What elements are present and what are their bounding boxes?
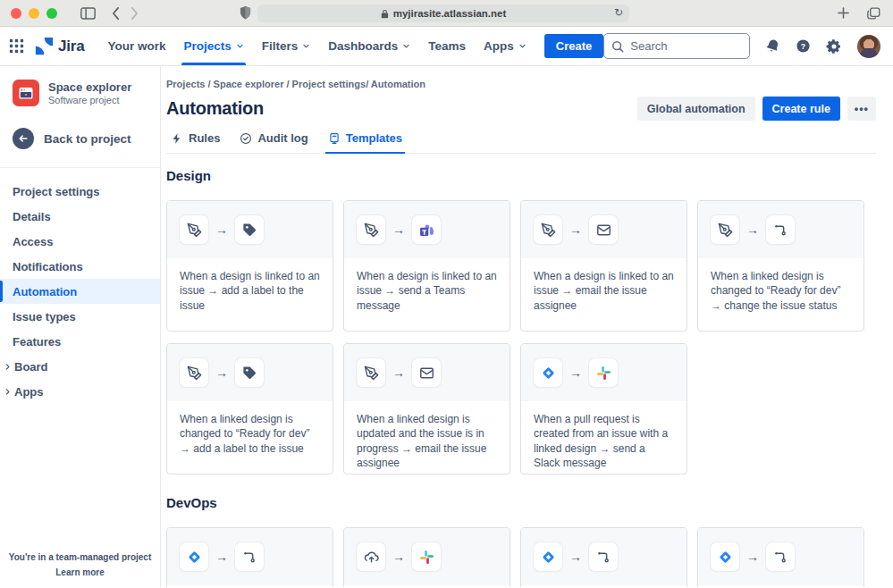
tab-templates[interactable]: Templates (324, 130, 407, 153)
nav-item-label: Dashboards (328, 39, 398, 53)
nav-item-dashboards[interactable]: Dashboards (319, 27, 419, 65)
status-icon (589, 542, 618, 571)
jira-logo-icon (35, 37, 54, 55)
tab-label: Rules (189, 131, 220, 145)
privacy-shield-icon[interactable] (240, 6, 251, 20)
template-card-grid: →When a design is linked to an issue → a… (166, 200, 876, 332)
arrow-right-icon: → (569, 365, 582, 380)
design-icon (180, 358, 208, 387)
template-card-text: When a linked design is updated and the … (344, 401, 510, 475)
email-icon (412, 358, 441, 387)
chevron-down-icon (302, 42, 310, 50)
breadcrumb[interactable]: Projects / Space explorer / Project sett… (166, 79, 876, 89)
app-navigation: Jira Your workProjectsFiltersDashboardsT… (0, 27, 893, 66)
page-title: Automation (166, 98, 264, 119)
tag-icon (235, 215, 264, 244)
create-rule-button[interactable]: Create rule (762, 97, 840, 121)
notifications-icon[interactable] (765, 38, 780, 54)
template-card-header: → (344, 201, 510, 258)
browser-sidebar-icon[interactable] (80, 7, 96, 20)
more-actions-button[interactable]: ••• (847, 97, 876, 121)
arrow-right-icon: → (746, 223, 759, 237)
template-card-header: → (344, 344, 510, 401)
template-card-text: When a design is linked to an issue → ad… (167, 258, 333, 323)
template-card[interactable]: → (343, 527, 510, 587)
template-card-text (698, 585, 864, 587)
help-icon[interactable]: ? (796, 38, 811, 54)
create-button[interactable]: Create (544, 34, 603, 58)
learn-more-link[interactable]: Learn more (0, 565, 160, 580)
chevron-down-icon (518, 42, 527, 50)
template-card[interactable]: →When a design is linked to an issue → e… (520, 200, 687, 332)
template-card-text (344, 585, 510, 587)
project-header[interactable]: Space explorer Software project (0, 80, 160, 106)
design-icon (711, 215, 739, 244)
check-circle-icon (240, 132, 252, 145)
nav-item-filters[interactable]: Filters (253, 27, 320, 65)
jira-icon (180, 542, 208, 571)
design-icon (534, 215, 562, 244)
sidebar-item-project-settings[interactable]: Project settings (0, 179, 160, 204)
tag-icon (235, 358, 264, 387)
sidebar-item-apps[interactable]: Apps (0, 379, 160, 404)
nav-item-projects[interactable]: Projects (174, 27, 252, 65)
sidebar-item-board[interactable]: Board (0, 354, 160, 379)
nav-item-apps[interactable]: Apps (475, 27, 535, 65)
template-card[interactable]: → (166, 527, 333, 587)
minimize-window-button[interactable] (29, 8, 39, 19)
template-card[interactable]: →When a linked design is updated and the… (343, 343, 510, 475)
back-to-project-link[interactable]: Back to project (0, 128, 160, 149)
browser-forward-icon[interactable] (131, 7, 139, 20)
nav-item-your-work[interactable]: Your work (98, 27, 174, 65)
template-sections: Design→When a design is linked to an iss… (166, 168, 876, 587)
global-automation-button[interactable]: Global automation (637, 97, 755, 121)
arrow-right-icon: → (746, 550, 759, 564)
template-card[interactable]: →When a linked design is changed to “Rea… (166, 343, 333, 475)
sidebar-item-access[interactable]: Access (0, 229, 160, 254)
svg-text:?: ? (801, 42, 805, 51)
sidebar-item-issue-types[interactable]: Issue types (0, 304, 160, 329)
settings-gear-icon[interactable] (826, 38, 842, 55)
template-card[interactable]: →When a design is linked to an issue → s… (343, 200, 510, 332)
nav-item-label: Filters (262, 39, 299, 53)
tab-label: Audit log (257, 131, 307, 145)
template-card[interactable]: →When a linked design is changed to “Rea… (697, 200, 864, 332)
close-window-button[interactable] (11, 8, 21, 19)
template-card[interactable]: → (697, 527, 864, 587)
new-tab-icon[interactable] (838, 7, 849, 19)
tab-overview-icon[interactable] (867, 7, 880, 20)
template-card-grid: →When a linked design is changed to “Rea… (166, 343, 876, 475)
address-bar[interactable]: myjirasite.atlassian.net ↻ (257, 4, 629, 22)
template-card[interactable]: →When a pull request is created from an … (520, 343, 687, 475)
user-avatar[interactable] (857, 35, 880, 58)
tab-rules[interactable]: Rules (166, 130, 224, 153)
jira-logo[interactable]: Jira (35, 37, 84, 55)
search-input[interactable]: Search (603, 33, 750, 59)
nav-item-label: Your work (107, 39, 165, 53)
template-card-text: When a design is linked to an issue → em… (521, 258, 687, 323)
reload-icon[interactable]: ↻ (614, 6, 623, 19)
template-card-header: → (698, 201, 864, 258)
sidebar-item-notifications[interactable]: Notifications (0, 254, 160, 279)
sidebar-items: Project settingsDetailsAccessNotificatio… (0, 179, 160, 404)
sidebar-item-features[interactable]: Features (0, 329, 160, 354)
nav-item-teams[interactable]: Teams (419, 27, 475, 65)
sidebar-item-label: Issue types (13, 310, 76, 323)
template-card[interactable]: →When a design is linked to an issue → a… (166, 200, 333, 332)
jira-logo-text: Jira (58, 38, 84, 55)
app-switcher-icon[interactable] (9, 38, 24, 54)
sidebar-item-details[interactable]: Details (0, 204, 160, 229)
chevron-right-icon (4, 363, 12, 371)
template-card-text (167, 585, 333, 587)
tab-audit-log[interactable]: Audit log (235, 130, 312, 153)
primary-nav: Your workProjectsFiltersDashboardsTeamsA… (98, 27, 535, 65)
browser-chrome: myjirasite.atlassian.net ↻ (0, 0, 893, 27)
design-icon (357, 215, 385, 244)
template-card-header: → (698, 528, 864, 585)
zoom-window-button[interactable] (46, 8, 57, 19)
browser-back-icon[interactable] (112, 7, 120, 20)
template-card-text: When a pull request is created from an i… (521, 401, 687, 475)
template-card-text (521, 585, 687, 587)
template-card[interactable]: → (520, 527, 687, 587)
sidebar-item-automation[interactable]: Automation (0, 279, 160, 304)
